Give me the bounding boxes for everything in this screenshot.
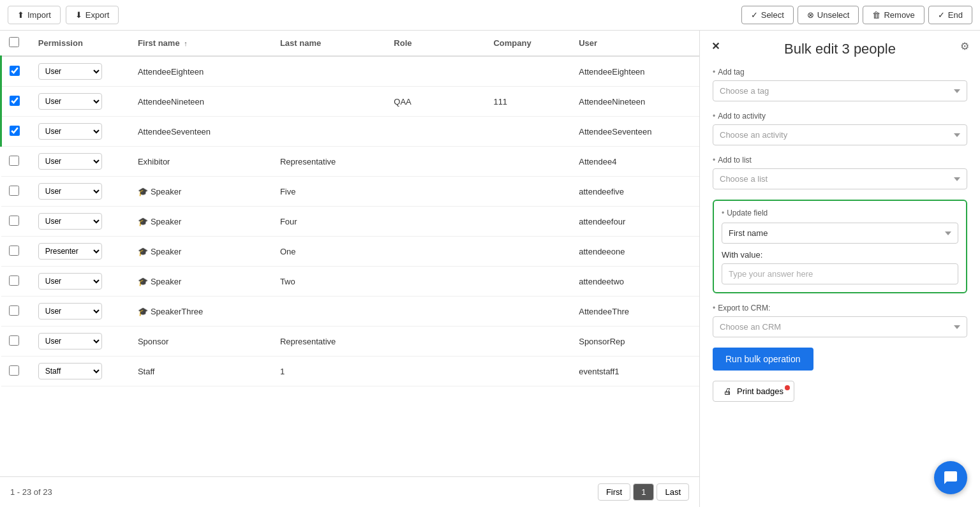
unselect-button[interactable]: ⊗ Unselect: [798, 6, 859, 24]
permission-cell: UserPresenterStaffAdmin: [31, 267, 130, 297]
firstname-cell: Exhibitor: [130, 147, 272, 177]
print-badges-button[interactable]: 🖨 Print badges: [713, 381, 794, 402]
user-cell: AttendeeNineteen: [571, 87, 699, 117]
crm-select[interactable]: Choose an CRM: [713, 316, 967, 337]
table-row: UserPresenterStaffAdmin🎓SpeakerFouratten…: [1, 207, 700, 237]
permission-select[interactable]: UserPresenterStaffAdmin: [38, 333, 102, 349]
end-button[interactable]: ✓ End: [928, 6, 972, 24]
row-checkbox[interactable]: [9, 276, 19, 286]
row-checkbox-cell: [1, 87, 31, 117]
row-checkbox-cell: [1, 177, 31, 207]
row-checkbox-cell: [1, 117, 31, 147]
speaker-icon: 🎓: [138, 307, 148, 316]
toolbar-right: ✓ Select ⊗ Unselect 🗑 Remove ✓ End: [741, 6, 972, 24]
last-page-button[interactable]: Last: [657, 483, 689, 501]
select-all-checkbox[interactable]: [9, 37, 19, 47]
role-cell: [386, 147, 486, 177]
permission-select[interactable]: UserPresenterStaffAdmin: [38, 63, 102, 80]
permission-select[interactable]: UserPresenterStaffAdmin: [38, 213, 102, 230]
page-1-button[interactable]: 1: [633, 483, 654, 501]
panel-body: Add tag Choose a tag Add to activity Cho…: [700, 68, 980, 415]
import-icon: ⬆: [17, 10, 24, 20]
row-checkbox[interactable]: [9, 365, 19, 376]
unselect-icon: ⊗: [807, 10, 814, 20]
add-list-section: Add to list Choose a list: [713, 156, 967, 189]
activity-select[interactable]: Choose an activity: [713, 124, 967, 145]
tag-select[interactable]: Choose a tag: [713, 80, 967, 101]
row-checkbox[interactable]: [10, 96, 20, 106]
firstname-cell: 🎓Speaker: [130, 207, 272, 237]
company-cell: [486, 327, 571, 356]
company-cell: [486, 117, 571, 147]
table-row: UserPresenterStaffAdminExhibitorRepresen…: [1, 147, 700, 177]
permission-cell: UserPresenterStaffAdmin: [31, 56, 130, 87]
permission-select[interactable]: UserPresenterStaffAdmin: [38, 183, 102, 200]
permission-cell: UserPresenterStaffAdmin: [31, 297, 130, 327]
user-cell: attendeefour: [571, 207, 699, 237]
row-checkbox[interactable]: [9, 246, 19, 256]
company-cell: [486, 207, 571, 237]
remove-button[interactable]: 🗑 Remove: [863, 6, 924, 24]
field-select[interactable]: First name Last name Role Company: [722, 223, 958, 244]
row-checkbox-cell: [1, 356, 31, 386]
firstname-cell: 🎓SpeakerThree: [130, 297, 272, 327]
row-checkbox[interactable]: [10, 126, 20, 136]
lastname-cell: Five: [272, 177, 386, 207]
table-scroll[interactable]: Permission First name ↑ Last name Role C…: [0, 31, 699, 479]
role-cell: [386, 297, 486, 327]
row-checkbox[interactable]: [9, 335, 19, 346]
run-bulk-button[interactable]: Run bulk operation: [713, 348, 813, 371]
role-cell: QAA: [386, 87, 486, 117]
row-checkbox[interactable]: [10, 66, 20, 76]
permission-select[interactable]: UserPresenterStaffAdmin: [38, 303, 102, 320]
col-header-firstname[interactable]: First name ↑: [130, 31, 272, 56]
main-content: Permission First name ↑ Last name Role C…: [0, 31, 980, 507]
row-checkbox[interactable]: [9, 156, 19, 166]
panel-close-button[interactable]: ✕: [708, 38, 723, 54]
permission-select[interactable]: UserPresenterStaffAdmin: [38, 93, 102, 110]
permission-select[interactable]: UserPresenterStaffAdmin: [38, 153, 102, 170]
permission-select[interactable]: UserPresenterStaffAdmin: [38, 123, 102, 140]
user-cell: attendeetwo: [571, 267, 699, 297]
add-list-label: Add to list: [713, 156, 967, 165]
col-header-user: User: [571, 31, 699, 56]
user-cell: eventstaff1: [571, 356, 699, 386]
select-button[interactable]: ✓ Select: [741, 6, 794, 24]
table-body: UserPresenterStaffAdminAttendeeEighteenA…: [1, 56, 700, 386]
first-page-button[interactable]: First: [598, 483, 630, 501]
lastname-cell: [272, 56, 386, 87]
user-cell: attendeeone: [571, 237, 699, 267]
import-label: Import: [27, 10, 51, 20]
firstname-cell: 🎓Speaker: [130, 237, 272, 267]
add-tag-label: Add tag: [713, 68, 967, 77]
row-checkbox-cell: [1, 147, 31, 177]
unselect-label: Unselect: [817, 10, 850, 20]
row-checkbox-cell: [1, 297, 31, 327]
top-toolbar: ⬆ Import ⬇ Export ✓ Select ⊗ Unselect 🗑 …: [0, 0, 980, 31]
value-input[interactable]: [722, 263, 958, 284]
chat-bubble-button[interactable]: [934, 461, 967, 494]
print-badges-label: Print badges: [737, 386, 783, 396]
row-checkbox[interactable]: [9, 216, 19, 226]
lastname-cell: 1: [272, 356, 386, 386]
panel-gear-button[interactable]: ⚙: [957, 38, 972, 54]
toolbar-left: ⬆ Import ⬇ Export: [8, 6, 741, 24]
select-label: Select: [761, 10, 784, 20]
row-checkbox[interactable]: [9, 305, 19, 316]
speaker-icon: 🎓: [138, 187, 148, 196]
import-button[interactable]: ⬆ Import: [8, 6, 61, 24]
sort-arrow-firstname: ↑: [184, 40, 188, 47]
export-crm-section: Export to CRM: Choose an CRM: [713, 304, 967, 337]
export-button[interactable]: ⬇ Export: [66, 6, 119, 24]
row-checkbox[interactable]: [9, 186, 19, 196]
permission-select[interactable]: UserPresenterStaffAdmin: [38, 243, 102, 260]
role-cell: [386, 207, 486, 237]
export-label: Export: [85, 10, 110, 20]
permission-select[interactable]: UserPresenterStaffAdmin: [38, 273, 102, 290]
notification-dot: [785, 385, 790, 390]
permission-cell: UserPresenterStaffAdmin: [31, 356, 130, 386]
permission-select[interactable]: UserPresenterStaffAdmin: [38, 363, 102, 379]
end-label: End: [948, 10, 963, 20]
speaker-icon: 🎓: [138, 277, 148, 286]
list-select[interactable]: Choose a list: [713, 168, 967, 189]
